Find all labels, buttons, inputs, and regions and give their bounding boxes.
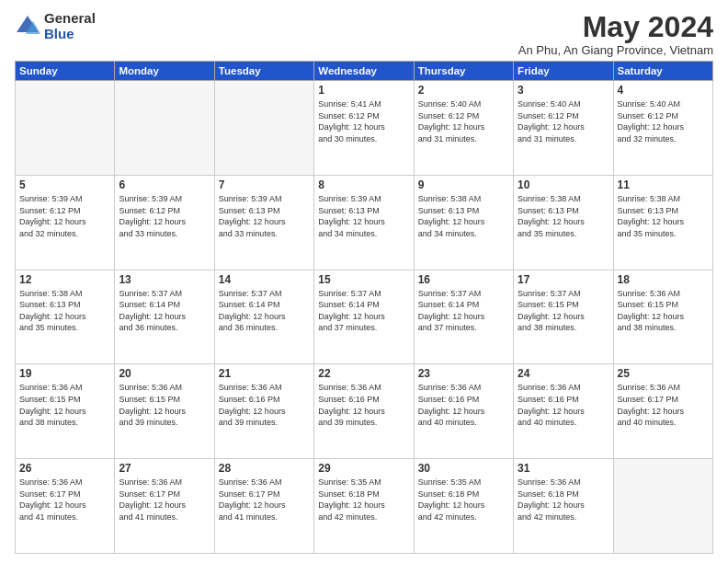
logo-blue: Blue (44, 27, 96, 42)
logo-general: General (44, 11, 96, 27)
calendar-week-2: 12Sunrise: 5:38 AM Sunset: 6:13 PM Dayli… (16, 270, 713, 364)
calendar-cell: 15Sunrise: 5:37 AM Sunset: 6:14 PM Dayli… (314, 270, 414, 364)
day-info: Sunrise: 5:36 AM Sunset: 6:17 PM Dayligh… (19, 477, 110, 523)
calendar-week-1: 5Sunrise: 5:39 AM Sunset: 6:12 PM Daylig… (16, 175, 713, 270)
calendar-cell: 26Sunrise: 5:36 AM Sunset: 6:17 PM Dayli… (16, 459, 115, 554)
calendar-cell: 24Sunrise: 5:36 AM Sunset: 6:16 PM Dayli… (514, 364, 613, 459)
calendar-cell: 5Sunrise: 5:39 AM Sunset: 6:12 PM Daylig… (16, 175, 115, 270)
day-info: Sunrise: 5:36 AM Sunset: 6:16 PM Dayligh… (219, 382, 310, 428)
day-info: Sunrise: 5:37 AM Sunset: 6:14 PM Dayligh… (219, 288, 310, 334)
day-number: 28 (219, 462, 310, 475)
day-number: 17 (518, 273, 609, 286)
day-info: Sunrise: 5:40 AM Sunset: 6:12 PM Dayligh… (518, 98, 609, 144)
day-info: Sunrise: 5:36 AM Sunset: 6:16 PM Dayligh… (418, 382, 509, 428)
day-number: 30 (418, 462, 509, 475)
day-number: 23 (418, 367, 509, 380)
month-title: May 2024 (518, 11, 713, 43)
day-info: Sunrise: 5:37 AM Sunset: 6:14 PM Dayligh… (418, 288, 509, 334)
logo: General Blue (15, 11, 96, 41)
calendar-cell: 13Sunrise: 5:37 AM Sunset: 6:14 PM Dayli… (115, 270, 214, 364)
day-number: 31 (518, 462, 609, 475)
day-info: Sunrise: 5:39 AM Sunset: 6:12 PM Dayligh… (119, 193, 210, 239)
calendar-cell (613, 459, 712, 554)
day-number: 10 (518, 178, 609, 191)
day-number: 11 (618, 178, 709, 191)
day-number: 21 (219, 367, 310, 380)
calendar-cell: 8Sunrise: 5:39 AM Sunset: 6:13 PM Daylig… (314, 175, 414, 270)
day-info: Sunrise: 5:39 AM Sunset: 6:12 PM Dayligh… (19, 193, 110, 239)
day-number: 7 (219, 178, 310, 191)
day-info: Sunrise: 5:40 AM Sunset: 6:12 PM Dayligh… (618, 98, 709, 144)
calendar-week-4: 26Sunrise: 5:36 AM Sunset: 6:17 PM Dayli… (16, 459, 713, 554)
calendar-cell: 19Sunrise: 5:36 AM Sunset: 6:15 PM Dayli… (16, 364, 115, 459)
calendar-cell: 18Sunrise: 5:36 AM Sunset: 6:15 PM Dayli… (613, 270, 712, 364)
calendar-cell: 29Sunrise: 5:35 AM Sunset: 6:18 PM Dayli… (314, 459, 414, 554)
calendar-week-0: 1Sunrise: 5:41 AM Sunset: 6:12 PM Daylig… (16, 81, 713, 176)
day-info: Sunrise: 5:38 AM Sunset: 6:13 PM Dayligh… (418, 193, 509, 239)
day-info: Sunrise: 5:38 AM Sunset: 6:13 PM Dayligh… (618, 193, 709, 239)
day-info: Sunrise: 5:35 AM Sunset: 6:18 PM Dayligh… (318, 477, 409, 523)
title-block: May 2024 An Phu, An Giang Province, Viet… (518, 11, 713, 57)
day-info: Sunrise: 5:36 AM Sunset: 6:16 PM Dayligh… (318, 382, 409, 428)
calendar-header-row: SundayMondayTuesdayWednesdayThursdayFrid… (16, 62, 713, 81)
calendar-cell: 14Sunrise: 5:37 AM Sunset: 6:14 PM Dayli… (214, 270, 313, 364)
calendar-cell: 2Sunrise: 5:40 AM Sunset: 6:12 PM Daylig… (414, 81, 513, 176)
calendar-cell: 6Sunrise: 5:39 AM Sunset: 6:12 PM Daylig… (115, 175, 214, 270)
day-info: Sunrise: 5:36 AM Sunset: 6:15 PM Dayligh… (119, 382, 210, 428)
calendar-cell: 23Sunrise: 5:36 AM Sunset: 6:16 PM Dayli… (414, 364, 513, 459)
day-info: Sunrise: 5:37 AM Sunset: 6:14 PM Dayligh… (318, 288, 409, 334)
calendar-cell: 16Sunrise: 5:37 AM Sunset: 6:14 PM Dayli… (414, 270, 513, 364)
day-info: Sunrise: 5:38 AM Sunset: 6:13 PM Dayligh… (518, 193, 609, 239)
logo-text: General Blue (44, 11, 96, 41)
subtitle: An Phu, An Giang Province, Vietnam (518, 43, 713, 57)
calendar-cell (214, 81, 313, 176)
day-number: 22 (318, 367, 409, 380)
day-number: 14 (219, 273, 310, 286)
col-header-tuesday: Tuesday (214, 62, 313, 81)
col-header-wednesday: Wednesday (314, 62, 414, 81)
day-info: Sunrise: 5:39 AM Sunset: 6:13 PM Dayligh… (318, 193, 409, 239)
day-number: 29 (318, 462, 409, 475)
day-number: 9 (418, 178, 509, 191)
day-info: Sunrise: 5:35 AM Sunset: 6:18 PM Dayligh… (418, 477, 509, 523)
calendar-cell: 7Sunrise: 5:39 AM Sunset: 6:13 PM Daylig… (214, 175, 313, 270)
day-info: Sunrise: 5:36 AM Sunset: 6:15 PM Dayligh… (19, 382, 110, 428)
day-info: Sunrise: 5:36 AM Sunset: 6:16 PM Dayligh… (518, 382, 609, 428)
day-number: 4 (618, 84, 709, 97)
calendar-cell: 27Sunrise: 5:36 AM Sunset: 6:17 PM Dayli… (115, 459, 214, 554)
day-number: 2 (418, 84, 509, 97)
col-header-friday: Friday (514, 62, 613, 81)
calendar-cell: 20Sunrise: 5:36 AM Sunset: 6:15 PM Dayli… (115, 364, 214, 459)
day-info: Sunrise: 5:41 AM Sunset: 6:12 PM Dayligh… (318, 98, 409, 144)
col-header-saturday: Saturday (613, 62, 712, 81)
day-info: Sunrise: 5:37 AM Sunset: 6:15 PM Dayligh… (518, 288, 609, 334)
day-info: Sunrise: 5:36 AM Sunset: 6:17 PM Dayligh… (119, 477, 210, 523)
calendar-table: SundayMondayTuesdayWednesdayThursdayFrid… (15, 61, 713, 554)
day-number: 12 (19, 273, 110, 286)
calendar-cell: 31Sunrise: 5:36 AM Sunset: 6:18 PM Dayli… (514, 459, 613, 554)
col-header-sunday: Sunday (16, 62, 115, 81)
calendar-cell: 21Sunrise: 5:36 AM Sunset: 6:16 PM Dayli… (214, 364, 313, 459)
day-info: Sunrise: 5:37 AM Sunset: 6:14 PM Dayligh… (119, 288, 210, 334)
day-number: 27 (119, 462, 210, 475)
day-number: 15 (318, 273, 409, 286)
day-number: 3 (518, 84, 609, 97)
calendar-cell: 4Sunrise: 5:40 AM Sunset: 6:12 PM Daylig… (613, 81, 712, 176)
day-info: Sunrise: 5:36 AM Sunset: 6:17 PM Dayligh… (618, 382, 709, 428)
col-header-thursday: Thursday (414, 62, 513, 81)
day-number: 6 (119, 178, 210, 191)
calendar-cell: 28Sunrise: 5:36 AM Sunset: 6:17 PM Dayli… (214, 459, 313, 554)
header: General Blue May 2024 An Phu, An Giang P… (15, 11, 713, 57)
day-info: Sunrise: 5:36 AM Sunset: 6:15 PM Dayligh… (618, 288, 709, 334)
calendar-week-3: 19Sunrise: 5:36 AM Sunset: 6:15 PM Dayli… (16, 364, 713, 459)
day-number: 13 (119, 273, 210, 286)
page: General Blue May 2024 An Phu, An Giang P… (0, 0, 728, 563)
day-info: Sunrise: 5:39 AM Sunset: 6:13 PM Dayligh… (219, 193, 310, 239)
day-number: 16 (418, 273, 509, 286)
logo-icon (15, 14, 40, 40)
day-info: Sunrise: 5:36 AM Sunset: 6:17 PM Dayligh… (219, 477, 310, 523)
calendar-cell: 3Sunrise: 5:40 AM Sunset: 6:12 PM Daylig… (514, 81, 613, 176)
calendar-cell: 12Sunrise: 5:38 AM Sunset: 6:13 PM Dayli… (16, 270, 115, 364)
day-number: 25 (618, 367, 709, 380)
calendar-cell: 30Sunrise: 5:35 AM Sunset: 6:18 PM Dayli… (414, 459, 513, 554)
